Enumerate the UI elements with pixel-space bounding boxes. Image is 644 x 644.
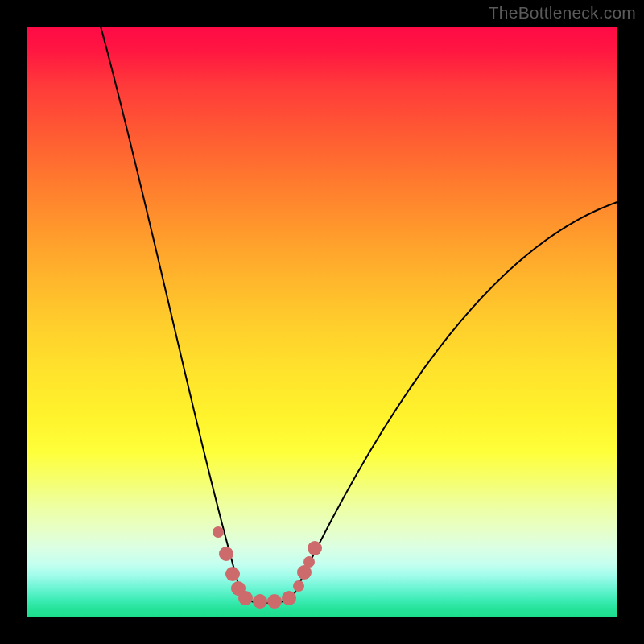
watermark-label: TheBottleneck.com xyxy=(489,3,636,23)
curve-marker xyxy=(267,594,282,609)
curve-marker xyxy=(219,547,233,561)
curve-marker xyxy=(253,594,267,609)
plot-area xyxy=(27,27,617,617)
curve-marker xyxy=(303,556,315,568)
bottleneck-curve-svg xyxy=(27,27,617,617)
curve-marker xyxy=(213,526,224,538)
curve-marker xyxy=(282,591,296,605)
curve-marker xyxy=(225,567,240,581)
curve-marker xyxy=(293,580,304,592)
bottleneck-curve xyxy=(101,27,617,603)
chart-frame: TheBottleneck.com xyxy=(0,0,644,644)
curve-marker xyxy=(238,591,253,605)
curve-marker xyxy=(308,541,322,555)
curve-markers xyxy=(213,526,322,609)
